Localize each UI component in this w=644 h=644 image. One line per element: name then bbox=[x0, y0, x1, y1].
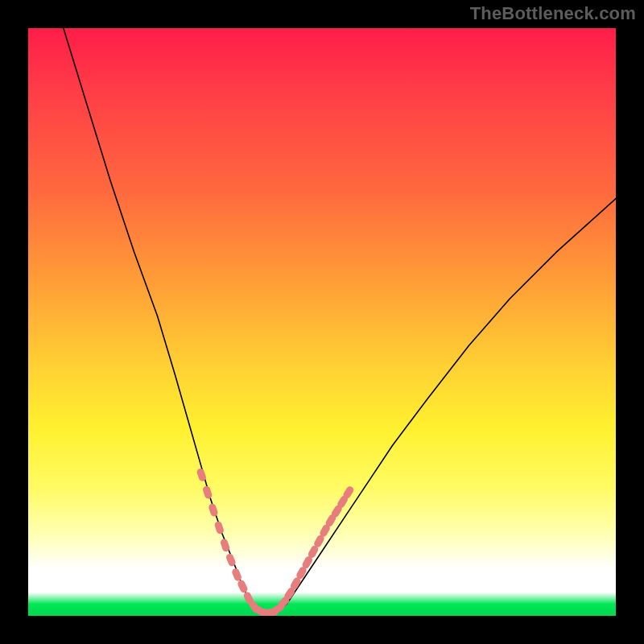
curve-marker bbox=[202, 485, 213, 500]
curve-marker bbox=[208, 503, 219, 518]
curve-markers bbox=[196, 468, 355, 616]
curve-layer bbox=[28, 28, 616, 616]
curve-marker bbox=[237, 579, 249, 593]
watermark-text: TheBottleneck.com bbox=[470, 3, 636, 24]
bottleneck-curve bbox=[64, 28, 616, 613]
plot-area bbox=[28, 28, 616, 616]
curve-marker bbox=[214, 520, 225, 535]
chart-frame: TheBottleneck.com bbox=[0, 0, 644, 644]
